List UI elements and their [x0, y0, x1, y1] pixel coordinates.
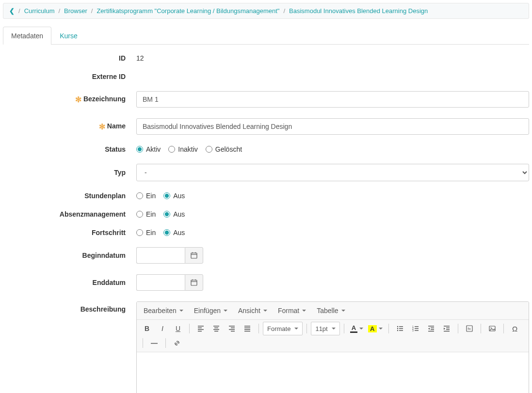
svg-text:fx: fx — [468, 327, 470, 331]
input-identifier[interactable] — [136, 91, 529, 108]
input-end-date[interactable] — [136, 274, 185, 291]
bullet-list-icon — [397, 325, 403, 332]
breadcrumb-current: Basismodul Innovatives Blended Learning … — [289, 7, 428, 15]
italic-button[interactable]: I — [155, 322, 170, 335]
required-icon: ✻ — [99, 123, 105, 131]
svg-point-49 — [490, 328, 491, 329]
label-description: Beschreibung — [3, 301, 136, 313]
tabs: Metadaten Kurse — [3, 27, 529, 45]
svg-marker-45 — [444, 328, 445, 330]
underline-icon: U — [176, 325, 180, 332]
input-begin-date[interactable] — [136, 247, 185, 264]
radio-group-schedule: Ein Aus — [136, 192, 185, 200]
toolbar-separator — [481, 324, 481, 333]
numbered-list-icon: 123 — [412, 325, 419, 332]
radio-status-deleted[interactable]: Gelöscht — [206, 145, 242, 153]
svg-marker-40 — [428, 328, 430, 330]
radio-status-active[interactable]: Aktiv — [136, 145, 161, 153]
calendar-button-end[interactable] — [185, 274, 203, 291]
indent-button[interactable] — [439, 322, 454, 335]
radio-group-status: Aktiv Inaktiv Gelöscht — [136, 145, 242, 153]
input-name[interactable] — [136, 118, 529, 135]
editor-content[interactable] — [137, 352, 529, 393]
menubar-format[interactable]: Format — [274, 305, 310, 316]
menubar-table[interactable]: Tabelle — [313, 305, 349, 316]
align-justify-button[interactable] — [240, 322, 255, 335]
outdent-button[interactable] — [424, 322, 438, 335]
tab-metadaten[interactable]: Metadaten — [3, 27, 51, 45]
chevron-down-icon — [302, 310, 306, 312]
bold-button[interactable]: B — [140, 322, 154, 335]
align-center-button[interactable] — [209, 322, 224, 335]
radio-schedule-on[interactable]: Ein — [136, 192, 156, 200]
menubar-edit[interactable]: Bearbeiten — [140, 305, 187, 316]
label-external-id: Externe ID — [3, 73, 136, 80]
svg-point-28 — [397, 330, 398, 331]
toolbar-separator — [165, 338, 166, 348]
formats-select[interactable]: Formate — [263, 322, 303, 335]
menubar-view[interactable]: Ansicht — [234, 305, 271, 316]
radio-progress-on[interactable]: Ein — [136, 229, 156, 236]
toolbar-separator — [258, 324, 259, 333]
label-type: Typ — [3, 169, 136, 176]
label-id: ID — [3, 54, 136, 62]
chevron-down-icon — [294, 328, 298, 330]
text-color-button[interactable]: A — [348, 322, 365, 335]
math-button[interactable]: fx — [462, 322, 477, 335]
fontsize-select[interactable]: 11pt — [311, 322, 339, 335]
label-begin-date: Beginndatum — [3, 252, 136, 259]
special-char-button[interactable]: Ω — [508, 322, 522, 335]
toolbar-separator — [458, 324, 458, 333]
radio-absence-off[interactable]: Aus — [163, 210, 185, 218]
radio-progress-off[interactable]: Aus — [163, 229, 185, 236]
radio-status-inactive[interactable]: Inaktiv — [168, 145, 197, 153]
calendar-button-begin[interactable] — [185, 247, 203, 264]
label-progress: Fortschritt — [3, 229, 136, 236]
toolbar-separator — [189, 324, 190, 333]
rich-text-editor: Bearbeiten Einfügen Ansicht Format Tabel… — [136, 301, 529, 393]
bg-color-icon: A — [368, 325, 376, 332]
radio-group-absence: Ein Aus — [136, 210, 185, 218]
italic-icon: I — [161, 325, 163, 332]
breadcrumb-sep: / — [91, 7, 93, 15]
radio-absence-on[interactable]: Ein — [136, 210, 156, 218]
label-identifier: ✻Bezeichnung — [3, 95, 136, 104]
svg-point-24 — [397, 326, 398, 327]
underline-button[interactable]: U — [171, 322, 185, 335]
chevron-down-icon — [341, 310, 345, 312]
align-justify-icon — [244, 325, 251, 332]
bold-icon: B — [145, 325, 149, 332]
text-color-icon: A — [350, 324, 357, 333]
radio-schedule-off[interactable]: Aus — [163, 192, 185, 200]
breadcrumb-link-program[interactable]: Zertifikatsprogramm "Corporate Learning … — [97, 7, 279, 15]
breadcrumb-link-curriculum[interactable]: Curriculum — [24, 7, 55, 15]
align-right-button[interactable] — [225, 322, 239, 335]
math-icon: fx — [466, 325, 473, 332]
label-absence: Absenzmanagement — [3, 210, 136, 218]
chevron-down-icon — [359, 328, 363, 330]
svg-point-26 — [397, 328, 398, 329]
calendar-icon — [191, 279, 197, 286]
toolbar-separator — [143, 338, 143, 348]
menubar-insert[interactable]: Einfügen — [190, 305, 231, 316]
chevron-down-icon — [179, 310, 183, 312]
label-end-date: Enddatum — [3, 279, 136, 286]
svg-text:3: 3 — [412, 329, 414, 332]
breadcrumb-back-icon[interactable]: ❮ — [9, 7, 15, 15]
image-icon — [489, 325, 496, 332]
bullet-list-button[interactable] — [393, 322, 407, 335]
bg-color-button[interactable]: A — [366, 322, 384, 335]
align-left-button[interactable] — [193, 322, 208, 335]
chevron-down-icon — [224, 310, 227, 312]
breadcrumb-link-browser[interactable]: Browser — [64, 7, 87, 15]
breadcrumb-sep: / — [58, 7, 60, 15]
hr-button[interactable]: — — [147, 336, 161, 350]
link-button[interactable] — [170, 336, 184, 350]
numbered-list-button[interactable]: 123 — [408, 322, 423, 335]
form-area: ID 12 Externe ID ✻Bezeichnung ✻Name Stat… — [0, 45, 532, 393]
image-button[interactable] — [485, 322, 500, 335]
value-id: 12 — [136, 54, 144, 62]
tab-kurse[interactable]: Kurse — [51, 27, 86, 45]
select-type[interactable]: - — [136, 164, 529, 181]
editor-toolbar: B I U Formate 11pt A A — [137, 320, 529, 352]
